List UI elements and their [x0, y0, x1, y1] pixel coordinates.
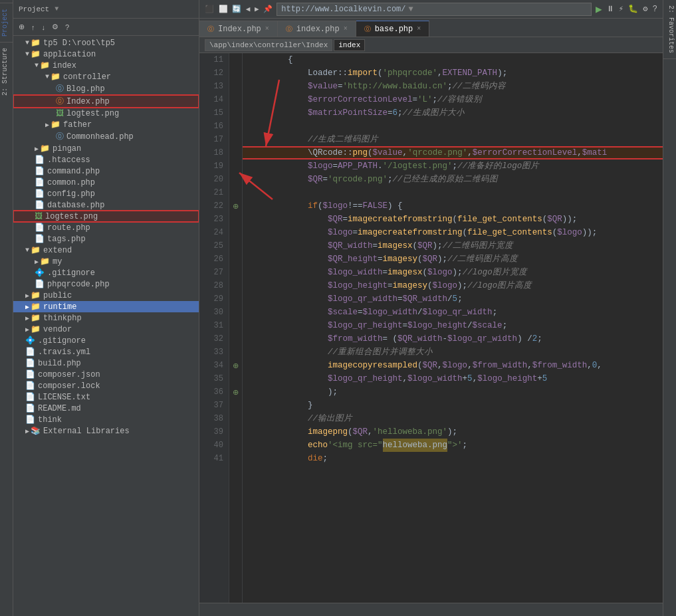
toolbar-btn-3[interactable]: ↓: [39, 22, 49, 33]
icon-php-config: 📄: [35, 189, 45, 199]
icon-php-route: 📄: [35, 223, 45, 233]
tree-application[interactable]: 📁 application: [13, 49, 199, 60]
tree-think[interactable]: 📄 think: [13, 414, 199, 425]
tree-label-blog-php: Blog.php: [66, 84, 105, 94]
line-num-32: 32: [205, 332, 223, 346]
tree-composer-lock[interactable]: 📄 composer.lock: [13, 380, 199, 391]
tree-vendor[interactable]: 📁 vendor: [13, 324, 199, 335]
gutter-22b: ⊕: [229, 199, 242, 213]
tree-build[interactable]: 📄 build.php: [13, 358, 199, 369]
tree-index-php[interactable]: ⓪ Index.php: [13, 95, 199, 108]
tree-controller[interactable]: 📁 controller: [13, 71, 199, 82]
folder-icon-thinkphp: 📁: [31, 313, 41, 323]
tree-composer-json[interactable]: 📄 composer.json: [13, 369, 199, 380]
line-num-22: 22: [205, 199, 223, 213]
icon-license: 📄: [25, 392, 35, 402]
tree-config[interactable]: 📄 config.php: [13, 188, 199, 199]
tab-close-3[interactable]: ×: [417, 25, 421, 33]
line-num-40: 40: [205, 439, 223, 452]
code-line-18: \QRcode::png($value, 'qrcode.png', $erro…: [243, 146, 663, 159]
folder-icon-vendor: 📁: [31, 324, 41, 334]
tab-index-php-1[interactable]: ⓪ Index.php ×: [199, 21, 278, 37]
line-num-18: 18: [205, 146, 223, 159]
icon-composer-json: 📄: [25, 369, 35, 379]
tab-index-php-2[interactable]: ⓪ index.php ×: [278, 21, 356, 37]
url-bar[interactable]: http://www.localkevin.com/ ▼: [277, 3, 592, 16]
line-num-30: 30: [205, 306, 223, 319]
tree-license[interactable]: 📄 LICENSE.txt: [13, 391, 199, 403]
tree-blog-php[interactable]: ⓪ Blog.php: [13, 82, 199, 95]
debug-button[interactable]: ⏸ ⚡ 🐛 ⚙ ?: [606, 4, 657, 14]
project-tab[interactable]: Project: [0, 3, 13, 42]
tab-close-2[interactable]: ×: [344, 25, 348, 33]
line-num-19: 19: [205, 159, 223, 173]
tree-logtest-png-1[interactable]: 🖼 logtest.png: [13, 108, 199, 119]
tree-pingan[interactable]: 📁 pingan: [13, 143, 199, 154]
tab-close-1[interactable]: ×: [265, 25, 269, 33]
tree-travis[interactable]: 📄 .travis.yml: [13, 346, 199, 358]
tree-label-father: father: [63, 120, 92, 130]
tree-commonhead[interactable]: ⓪ Commonhead.php: [13, 130, 199, 143]
code-line-34: imagecopyresampled($QR, $logo, $from_wid…: [243, 359, 663, 372]
tree-root[interactable]: 📁 tp5 D:\root\tp5: [13, 37, 199, 49]
folder-icon-root: 📁: [31, 38, 41, 48]
tree-htaccess[interactable]: 📄 .htaccess: [13, 154, 199, 165]
tree-public[interactable]: 📁 public: [13, 290, 199, 301]
tab-base-php[interactable]: ⓪ base.php ×: [356, 21, 430, 37]
line-num-16: 16: [205, 120, 223, 133]
toolbar-btn-5[interactable]: ?: [62, 22, 72, 33]
code-line-26: $QR_height = imagesy($QR);//二维码图片高度: [243, 253, 663, 266]
tree-label-tags: tags.php: [47, 235, 86, 244]
line-num-31: 31: [205, 319, 223, 332]
right-tab-favorites[interactable]: 2: Favorites: [663, 0, 676, 59]
tree-readme[interactable]: 📄 README.md: [13, 403, 199, 414]
folder-arrow-my: [35, 258, 39, 266]
gutter-25: [229, 239, 242, 253]
tree-thinkphp[interactable]: 📁 thinkphp: [13, 312, 199, 324]
tree-runtime[interactable]: 📁 runtime: [13, 301, 199, 312]
gutter: ⊕ ⊕ ⊕: [229, 53, 243, 603]
tree-label-my: my: [53, 257, 62, 266]
tree-gitignore2[interactable]: 💠 .gitignore: [13, 267, 199, 278]
folder-arrow-public: [25, 292, 29, 300]
tree-label-common: common.php: [47, 178, 95, 187]
toolbar-btn-1[interactable]: ⊕: [16, 21, 27, 33]
gutter-40: [229, 439, 242, 452]
tree-extend[interactable]: 📁 extend: [13, 245, 199, 256]
tree-common[interactable]: 📄 common.php: [13, 177, 199, 188]
code-line-20: $QR = 'qrcode.png'; //已经生成的原始二维码图: [243, 173, 663, 186]
path-segment-1[interactable]: \app\index\controller\Index: [205, 39, 332, 51]
code-line-25: $QR_width = imagesx($QR);//二维码图片宽度: [243, 239, 663, 253]
tree-label-route: route.php: [47, 223, 90, 233]
tree-phpqrcode[interactable]: 📄 phpqrcode.php: [13, 278, 199, 290]
icon-php-command: 📄: [35, 166, 45, 176]
tree-label-vendor: vendor: [43, 325, 72, 334]
structure-tab[interactable]: 2: Structure: [0, 42, 13, 101]
tree-route[interactable]: 📄 route.php: [13, 222, 199, 233]
tree-label-config: config.php: [47, 189, 95, 199]
folder-arrow-index: [35, 62, 39, 69]
tree-index[interactable]: 📁 index: [13, 60, 199, 71]
tree-logtest-png-2[interactable]: 🖼 logtest.png: [13, 211, 199, 222]
folder-arrow-root: [25, 39, 29, 47]
line-num-36: 36: [205, 385, 223, 399]
tree-database[interactable]: 📄 database.php: [13, 199, 199, 211]
folder-arrow-thinkphp: [25, 314, 29, 322]
tree-command[interactable]: 📄 command.php: [13, 165, 199, 177]
toolbar-btn-4[interactable]: ⚙: [49, 21, 61, 33]
tree-tags[interactable]: 📄 tags.php: [13, 233, 199, 245]
folder-arrow-runtime: [25, 303, 29, 311]
tree-my[interactable]: 📁 my: [13, 256, 199, 267]
line-num-23: 23: [205, 213, 223, 226]
run-button[interactable]: ▶: [596, 3, 602, 16]
code-content[interactable]: { Loader::import('phpqrcode', EXTEND_PAT…: [243, 53, 663, 603]
icon-think: 📄: [25, 415, 35, 425]
tree-father[interactable]: 📁 father: [13, 119, 199, 130]
tree-gitignore3[interactable]: 💠 .gitignore: [13, 335, 199, 346]
gutter-30: [229, 306, 242, 319]
tree-external-libs[interactable]: 📚 External Libraries: [13, 425, 199, 437]
toolbar-btn-2[interactable]: ↑: [29, 22, 38, 33]
gutter-20: [229, 173, 242, 186]
path-segment-2[interactable]: index: [334, 39, 365, 51]
icon-php-common: 📄: [35, 177, 45, 187]
